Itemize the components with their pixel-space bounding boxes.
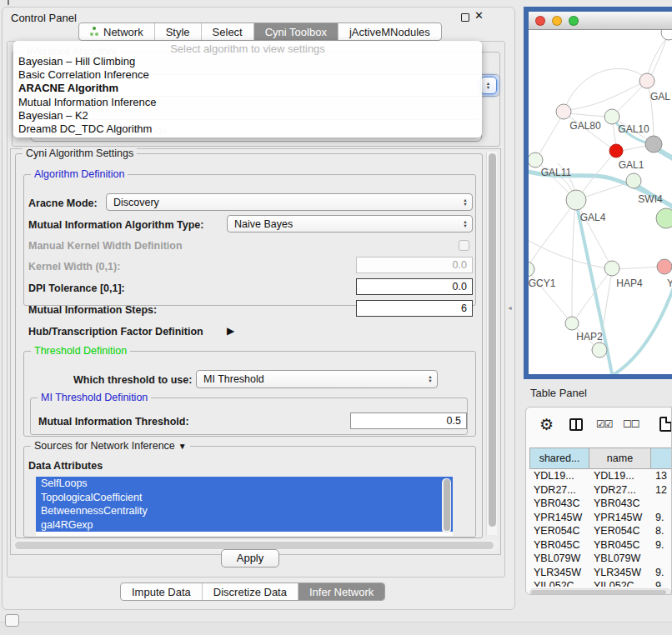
table-row[interactable]: YER054CYER054C8. [529, 524, 672, 538]
dpi-tolerance-field[interactable]: 0.0 [356, 278, 473, 295]
table-cell[interactable]: YBR043C [589, 497, 651, 511]
network-edge[interactable] [649, 33, 669, 80]
table-cell[interactable]: 9. [651, 566, 672, 580]
table-cell[interactable]: 9. [651, 538, 672, 552]
combo-spinner-icon[interactable] [480, 77, 497, 94]
hub-section-label[interactable]: Hub/Transcription Factor Definition [28, 326, 203, 338]
table-cell[interactable]: YDR27... [529, 483, 589, 498]
table-row[interactable]: YIL052CYIL052C9. [529, 579, 672, 587]
tab-cyni-toolbox[interactable]: Cyni Toolbox [253, 23, 338, 40]
algorithm-option-aracne-algorithm[interactable]: ARACNE Algorithm [18, 82, 479, 95]
close-traffic-light-icon[interactable] [535, 16, 545, 26]
table-cell[interactable]: YBR045C [529, 538, 589, 552]
network-node[interactable] [645, 136, 662, 152]
network-node-gcy1[interactable] [529, 262, 534, 277]
table-cell[interactable]: YDR27... [589, 483, 651, 498]
table-row[interactable]: YPR145WYPR145W9. [529, 511, 672, 525]
tab-discretize-data[interactable]: Discretize Data [202, 583, 298, 600]
network-node[interactable] [656, 208, 672, 228]
collapse-down-icon[interactable] [178, 442, 187, 451]
table-cell[interactable]: YBR045C [589, 538, 651, 552]
select-all-icon[interactable]: ☑☑ [596, 418, 613, 430]
table-row[interactable]: YDR27...YDR27...12 [529, 483, 672, 498]
network-node[interactable] [592, 342, 607, 358]
network-node-gal11[interactable] [529, 152, 543, 168]
table-cell[interactable]: 9. [651, 579, 672, 587]
kernel-width-field[interactable]: 0.0 [356, 257, 473, 273]
network-edge[interactable] [569, 81, 647, 110]
network-node[interactable] [661, 30, 672, 40]
algorithm-option-bayesian-k2[interactable]: Bayesian – K2 [18, 109, 479, 122]
column-header-2[interactable] [651, 448, 672, 469]
attribute-list-scrollbar[interactable] [442, 478, 451, 533]
table-cell[interactable]: YBL079W [529, 552, 589, 566]
network-edge[interactable] [614, 278, 672, 374]
table-cell[interactable]: YPR145W [529, 511, 589, 525]
table-cell[interactable]: YER054C [589, 524, 651, 538]
network-edge[interactable] [536, 113, 564, 159]
new-table-icon[interactable] [659, 417, 672, 432]
tab-infer-network[interactable]: Infer Network [298, 583, 384, 600]
tab-impute-data[interactable]: Impute Data [121, 583, 202, 600]
network-edge[interactable] [529, 238, 610, 269]
table-cell[interactable]: 13 [651, 469, 672, 483]
network-canvas[interactable]: GALGAL80GAL10GAL1GAL11SWI4GAL4GCY1HAP4YH… [529, 30, 672, 374]
table-cell[interactable] [651, 497, 672, 511]
tab-style[interactable]: Style [154, 23, 201, 40]
network-node-gal[interactable] [639, 73, 654, 88]
table-cell[interactable]: YBL079W [589, 552, 651, 566]
table-cell[interactable]: YDL19... [589, 469, 651, 483]
network-edge[interactable] [614, 267, 663, 269]
table-cell[interactable]: 9. [651, 511, 672, 525]
network-edge[interactable] [564, 68, 646, 112]
attribute-item-topologicalcoefficient[interactable]: TopologicalCoefficient [36, 491, 453, 505]
settings-vertical-scrollbar[interactable] [486, 152, 497, 535]
which-threshold-combobox[interactable]: MI Threshold [196, 370, 438, 388]
manual-kernel-checkbox[interactable] [459, 240, 469, 251]
table-cell[interactable]: YLR345W [589, 566, 651, 580]
gear-icon[interactable]: ⚙ [539, 415, 554, 434]
table-row[interactable]: YBR045CYBR045C9. [529, 538, 672, 552]
mi-type-combobox[interactable]: Naive Bayes [227, 215, 473, 232]
algorithm-option-mutual-information-inference[interactable]: Mutual Information Inference [18, 96, 479, 109]
expand-right-icon[interactable] [227, 325, 234, 337]
network-window-titlebar[interactable] [529, 12, 672, 30]
attribute-item-betweennesscentrality[interactable]: BetweennessCentrality [36, 504, 453, 518]
table-cell[interactable]: 8. [651, 524, 672, 538]
table-row[interactable]: YBR043CYBR043C [529, 497, 672, 511]
table-horizontal-scrollbar[interactable] [529, 588, 671, 595]
aracne-mode-combobox[interactable]: Discovery [106, 193, 473, 211]
network-node-swi4[interactable] [626, 173, 641, 188]
table-cell[interactable]: 12 [651, 483, 672, 498]
apply-button[interactable]: Apply [221, 549, 279, 568]
table-cell[interactable]: YDL19... [529, 469, 589, 483]
minimize-traffic-light-icon[interactable] [552, 16, 562, 26]
table-cell[interactable]: YLR345W [529, 566, 589, 580]
network-node-hap2[interactable] [565, 317, 579, 330]
deselect-all-icon[interactable]: ☐☐ [623, 418, 639, 430]
network-node-gal80[interactable] [556, 104, 571, 119]
algorithm-option-dream8-dc-tdc-algorithm[interactable]: Dream8 DC_TDC Algorithm [18, 122, 479, 136]
table-cell[interactable]: YER054C [529, 524, 589, 538]
algorithm-option-bayesian-hill-climbing[interactable]: Bayesian – Hill Climbing [18, 55, 479, 68]
table-cell[interactable]: YPR145W [589, 511, 651, 525]
zoom-traffic-light-icon[interactable] [569, 16, 579, 26]
table-cell[interactable]: YIL052C [529, 579, 589, 587]
table-row[interactable]: YBL079WYBL079W [529, 552, 672, 566]
network-node-y[interactable] [657, 259, 672, 274]
mi-threshold-field[interactable]: 0.5 [350, 412, 467, 429]
tab-jactivemnodules[interactable]: jActiveMNodules [338, 23, 441, 40]
network-edge[interactable] [572, 203, 575, 322]
table-cell[interactable]: YBR043C [529, 497, 589, 511]
algorithm-option-basic-correlation-inference[interactable]: Basic Correlation Inference [18, 68, 479, 82]
tab-network[interactable]: Network [79, 23, 154, 40]
table-cell[interactable] [651, 552, 672, 566]
network-node-gal1[interactable] [609, 144, 623, 158]
network-node-gal10[interactable] [604, 109, 619, 124]
table-row[interactable]: YLR345WYLR345W9. [529, 566, 672, 580]
table-row[interactable]: YDL19...YDL19...13 [529, 469, 672, 483]
table-cell[interactable]: YIL052C [589, 579, 651, 587]
network-node-hap4[interactable] [604, 261, 619, 276]
splitter-collapse-icon[interactable] [507, 305, 513, 311]
attribute-item-selfloops[interactable]: SelfLoops [36, 477, 453, 491]
